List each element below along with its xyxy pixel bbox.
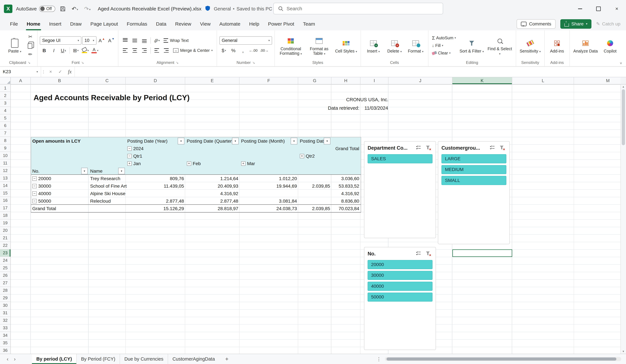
- collapse-icon[interactable]: −: [127, 146, 132, 151]
- enter-icon[interactable]: ✓: [55, 67, 65, 77]
- horizontal-scroll-thumb[interactable]: [387, 358, 617, 361]
- middle-align-button[interactable]: [130, 36, 139, 45]
- pivot-field-posting-date[interactable]: Posting Date▾: [299, 137, 332, 145]
- insert-cells-button[interactable]: Insert ▾: [363, 37, 383, 54]
- clear-filter-icon[interactable]: [498, 144, 506, 151]
- row-header-12[interactable]: 12: [0, 167, 10, 174]
- pivot-name-header[interactable]: Name▾: [89, 167, 126, 175]
- decrease-decimal-button[interactable]: .00→: [259, 46, 269, 55]
- percent-style-button[interactable]: %: [229, 46, 238, 55]
- addins-button[interactable]: Add-ins: [547, 37, 567, 54]
- sheet-nav-left-icon[interactable]: ‹: [4, 356, 11, 362]
- row-header-19[interactable]: 19: [0, 219, 10, 227]
- row-header-34[interactable]: 34: [0, 332, 10, 339]
- row-header-26[interactable]: 26: [0, 272, 10, 280]
- accounting-format-button[interactable]: $▾: [219, 46, 228, 55]
- ribbon-tab-team[interactable]: Team: [299, 18, 319, 30]
- row-header-9[interactable]: 9: [0, 144, 10, 152]
- ribbon-tab-formulas[interactable]: Formulas: [122, 18, 152, 30]
- alignment-dialog-launcher-icon[interactable]: ↘: [176, 61, 179, 65]
- slicer-item-sales[interactable]: SALES: [368, 154, 432, 163]
- row-header-36[interactable]: 36: [0, 347, 10, 354]
- row-header-10[interactable]: 10: [0, 152, 10, 160]
- font-size-select[interactable]: 10▾: [82, 36, 96, 45]
- ribbon-tab-home[interactable]: Home: [22, 18, 45, 30]
- expand-icon[interactable]: +: [241, 162, 245, 166]
- slicer-department-code[interactable]: Department Co... SALES: [364, 141, 436, 238]
- vertical-scroll-thumb[interactable]: [622, 89, 625, 145]
- row-header-28[interactable]: 28: [0, 287, 10, 294]
- ribbon-tab-view[interactable]: View: [196, 18, 215, 30]
- clear-filter-icon[interactable]: [425, 144, 432, 151]
- name-box-resize-handle[interactable]: ⋮: [41, 67, 46, 77]
- filter-dropdown-button[interactable]: ▾: [178, 138, 184, 144]
- column-header-C[interactable]: C: [89, 77, 126, 84]
- bottom-align-button[interactable]: [140, 36, 149, 45]
- row-header-24[interactable]: 24: [0, 257, 10, 264]
- slicer-item-20000[interactable]: 20000: [368, 260, 432, 269]
- cut-button[interactable]: ✂: [26, 33, 35, 41]
- collapse-icon[interactable]: −: [32, 191, 37, 196]
- fill-color-button[interactable]: ▾: [81, 46, 90, 55]
- delete-cells-button[interactable]: Delete ▾: [385, 37, 404, 54]
- row-header-25[interactable]: 25: [0, 264, 10, 272]
- row-header-2[interactable]: 2: [0, 92, 10, 99]
- row-header-27[interactable]: 27: [0, 280, 10, 287]
- document-status[interactable]: General • Saved to this PC ▾: [214, 6, 276, 12]
- slicer-item-40000[interactable]: 40000: [368, 282, 432, 291]
- font-name-select[interactable]: Segoe UI▾: [40, 36, 81, 45]
- italic-button[interactable]: I: [49, 46, 58, 55]
- ribbon-tab-data[interactable]: Data: [152, 18, 171, 30]
- insert-function-icon[interactable]: fx: [65, 67, 75, 77]
- ribbon-tab-draw[interactable]: Draw: [66, 18, 86, 30]
- filter-dropdown-button[interactable]: ▾: [232, 138, 239, 144]
- expand-icon[interactable]: +: [127, 162, 132, 166]
- paste-button[interactable]: Paste ▾: [5, 37, 25, 54]
- redo-button[interactable]: ↷▾: [83, 5, 92, 13]
- autosum-button[interactable]: ΣAutoSum▾: [431, 34, 457, 42]
- collapse-icon[interactable]: −: [32, 199, 37, 203]
- sensitivity-button[interactable]: Sensitivity ▾: [518, 37, 542, 54]
- align-center-button[interactable]: [130, 46, 139, 55]
- row-header-16[interactable]: 16: [0, 197, 10, 204]
- comments-button[interactable]: Comments: [517, 19, 555, 29]
- clear-button[interactable]: Clear▾: [431, 49, 457, 57]
- format-cells-button[interactable]: Format ▾: [406, 37, 426, 54]
- column-header-D[interactable]: D: [126, 77, 185, 84]
- save-button[interactable]: [59, 5, 67, 12]
- row-header-21[interactable]: 21: [0, 234, 10, 242]
- row-header-17[interactable]: 17: [0, 204, 10, 212]
- slicer-item-large[interactable]: LARGE: [441, 154, 506, 163]
- column-header-L[interactable]: L: [512, 77, 574, 84]
- decrease-indent-button[interactable]: [152, 46, 161, 55]
- name-box[interactable]: K23▾: [0, 67, 41, 77]
- row-header-13[interactable]: 13: [0, 174, 10, 182]
- increase-indent-button[interactable]: [162, 46, 171, 55]
- catch-up-button[interactable]: ✎ Catch up: [596, 21, 621, 27]
- ribbon-tab-page-layout[interactable]: Page Layout: [86, 18, 122, 30]
- row-header-30[interactable]: 30: [0, 302, 10, 309]
- ribbon-tab-insert[interactable]: Insert: [45, 18, 66, 30]
- sheet-tab-by-period-fcy[interactable]: By Period (FCY): [76, 354, 120, 364]
- row-header-22[interactable]: 22: [0, 242, 10, 249]
- number-format-select[interactable]: General▾: [219, 36, 272, 45]
- pivot-field-posting-date-quarter[interactable]: Posting Date (Quarter)▾: [186, 137, 240, 145]
- filter-dropdown-button[interactable]: ▾: [81, 168, 88, 174]
- horizontal-scrollbar[interactable]: [385, 357, 621, 361]
- sheet-tab-overflow-icon[interactable]: ⋮: [375, 356, 383, 362]
- pivot-field-posting-date-month[interactable]: Posting Date (Month)▾: [240, 137, 299, 145]
- row-header-11[interactable]: 11: [0, 160, 10, 167]
- column-header-E[interactable]: E: [185, 77, 239, 84]
- filter-dropdown-button[interactable]: ▾: [118, 168, 125, 174]
- increase-decimal-button[interactable]: ←.00: [248, 46, 258, 55]
- row-header-4[interactable]: 4: [0, 107, 10, 115]
- row-header-32[interactable]: 32: [0, 317, 10, 324]
- slicer-item-medium[interactable]: MEDIUM: [441, 165, 506, 174]
- collapse-ribbon-icon[interactable]: ˅: [620, 61, 622, 66]
- row-header-7[interactable]: 7: [0, 129, 10, 137]
- row-header-5[interactable]: 5: [0, 115, 10, 122]
- share-button[interactable]: Share ▾: [560, 19, 591, 29]
- slicer-item-small[interactable]: SMALL: [441, 176, 506, 185]
- comma-style-button[interactable]: ,: [238, 46, 247, 55]
- cells-layer[interactable]: Aged Accounts Receivable by Period (LCY)…: [11, 84, 620, 354]
